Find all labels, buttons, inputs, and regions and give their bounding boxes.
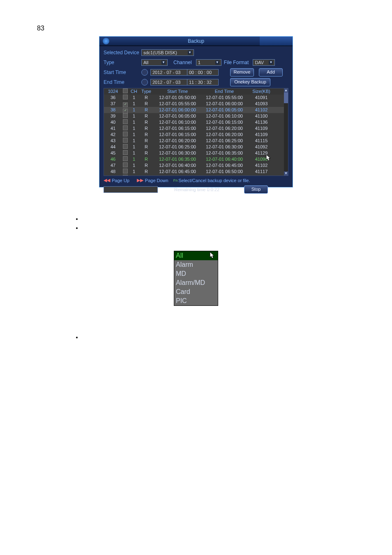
progress-bar: [104, 186, 158, 193]
header-size: Size(KB): [247, 88, 276, 95]
fn-icon: Fn: [173, 178, 178, 183]
header-checkbox[interactable]: [122, 88, 129, 95]
clock-icon: [141, 79, 148, 86]
stop-button[interactable]: Stop: [244, 185, 268, 194]
clock-icon: [141, 69, 148, 76]
backup-icon: [103, 38, 109, 44]
onekey-backup-button[interactable]: Onekey Backup: [230, 78, 270, 86]
scroll-down-icon[interactable]: ▼: [284, 171, 288, 176]
file-format-label: File Format: [224, 60, 249, 65]
header-type: Type: [139, 88, 153, 95]
scroll-thumb[interactable]: [284, 92, 288, 103]
file-format-select[interactable]: DAV ▼: [253, 59, 275, 66]
channel-label: Channel: [173, 60, 192, 65]
page-number: 83: [37, 25, 355, 32]
start-clock-input[interactable]: 00 : 00 : 00: [187, 69, 219, 76]
table-row[interactable]: 431R12-07-01 06:20:0012-07-01 06:25:0041…: [104, 138, 288, 144]
table-row[interactable]: 481R12-07-01 06:45:0012-07-01 06:50:0041…: [104, 169, 288, 175]
scroll-up-icon[interactable]: ▲: [284, 88, 288, 92]
table-row[interactable]: 401R12-07-01 06:10:0012-07-01 06:15:0041…: [104, 119, 288, 125]
menu-item[interactable]: PIC: [174, 296, 218, 305]
table-footer: ◀◀ Page Up ▶▶ Page Down Fn Select/Cancel…: [104, 178, 288, 183]
menu-item[interactable]: Alarm: [174, 260, 218, 269]
table-row[interactable]: 361R12-07-01 05:50:0012-07-01 05:55:0041…: [104, 95, 288, 101]
chevron-down-icon: ▼: [215, 60, 219, 65]
file-table: 1024 CH Type Start Time End Time Size(KB…: [104, 88, 288, 176]
titlebar-decor: [260, 37, 293, 46]
table-row[interactable]: 38✓1R12-07-01 06:00:0012-07-01 06:05:004…: [104, 107, 288, 113]
start-time-label: Start Time: [104, 69, 141, 75]
table-row[interactable]: 451R12-07-01 06:30:0012-07-01 06:35:0041…: [104, 150, 288, 156]
header-start: Start Time: [153, 88, 202, 95]
page-down-icon[interactable]: ▶▶: [137, 178, 143, 183]
bullet-list-1: [82, 215, 355, 231]
bullet-item: [82, 334, 355, 340]
table-row[interactable]: 411R12-07-01 06:15:0012-07-01 06:20:0041…: [104, 125, 288, 132]
type-label: Type: [104, 60, 141, 65]
table-row[interactable]: 491R12-07-01 06:50:0012-07-01 06:55:0041…: [104, 175, 288, 176]
table-row[interactable]: 471R12-07-01 06:40:0012-07-01 06:45:0041…: [104, 162, 288, 169]
backup-dialog: Backup Selected Device sdc1(USB DISK) ▼ …: [99, 36, 293, 187]
page-up-icon[interactable]: ◀◀: [104, 178, 110, 183]
remaining-time: Remaining time 0:0:22: [174, 187, 219, 192]
type-value: All: [143, 60, 148, 65]
menu-item[interactable]: Card: [174, 287, 218, 296]
table-row[interactable]: 441R12-07-01 06:25:0012-07-01 06:30:0041…: [104, 144, 288, 150]
end-clock-input[interactable]: 11 : 30 : 32: [187, 79, 219, 86]
start-date-input[interactable]: 2012 - 07 - 03: [150, 69, 187, 76]
file-format-value: DAV: [255, 60, 264, 65]
caption-placeholder: [37, 318, 355, 326]
caption-placeholder: [37, 200, 355, 207]
bullet-list-2: [82, 334, 355, 340]
page-up-label[interactable]: Page Up: [112, 178, 129, 183]
cursor-icon: [210, 252, 215, 261]
selected-device-select[interactable]: sdc1(USB DISK) ▼: [141, 49, 194, 56]
table-row[interactable]: 461R12-07-01 06:35:0012-07-01 06:40:0041…: [104, 156, 288, 162]
bullet-item: [82, 224, 355, 231]
chevron-down-icon: ▼: [269, 60, 273, 65]
bullet-item: [82, 215, 355, 222]
chevron-down-icon: ▼: [161, 60, 166, 65]
type-menu: AllAlarmMDAlarm/MDCardPIC: [174, 251, 218, 306]
end-date-input[interactable]: 2012 - 07 - 03: [150, 79, 187, 86]
type-select[interactable]: All ▼: [141, 59, 168, 66]
table-header: 1024 CH Type Start Time End Time Size(KB…: [104, 88, 288, 95]
channel-select[interactable]: 1 ▼: [196, 59, 221, 66]
table-row[interactable]: 421R12-07-01 06:15:0012-07-01 06:20:0041…: [104, 132, 288, 138]
selected-device-value: sdc1(USB DISK): [143, 50, 177, 56]
menu-item[interactable]: Alarm/MD: [174, 278, 218, 287]
table-row[interactable]: 37✓1R12-07-01 05:55:0012-07-01 06:00:004…: [104, 101, 288, 107]
page-down-label[interactable]: Page Down: [145, 178, 168, 183]
end-time-label: End Time: [104, 79, 141, 85]
header-end: End Time: [202, 88, 247, 95]
selected-device-label: Selected Device: [104, 50, 141, 56]
add-button[interactable]: Add: [259, 68, 283, 76]
titlebar: Backup: [99, 37, 293, 46]
header-ch: CH: [129, 88, 139, 95]
menu-item[interactable]: MD: [174, 269, 218, 278]
channel-value: 1: [198, 60, 201, 65]
chevron-down-icon: ▼: [188, 51, 192, 55]
scrollbar[interactable]: ▲ ▼: [284, 88, 288, 176]
remove-button[interactable]: Remove: [230, 68, 254, 76]
header-count: 1024: [104, 88, 122, 95]
select-cancel-hint: Select/Cancel backup device or file.: [178, 178, 250, 183]
table-row[interactable]: 391R12-07-01 06:05:0012-07-01 06:10:0041…: [104, 113, 288, 119]
